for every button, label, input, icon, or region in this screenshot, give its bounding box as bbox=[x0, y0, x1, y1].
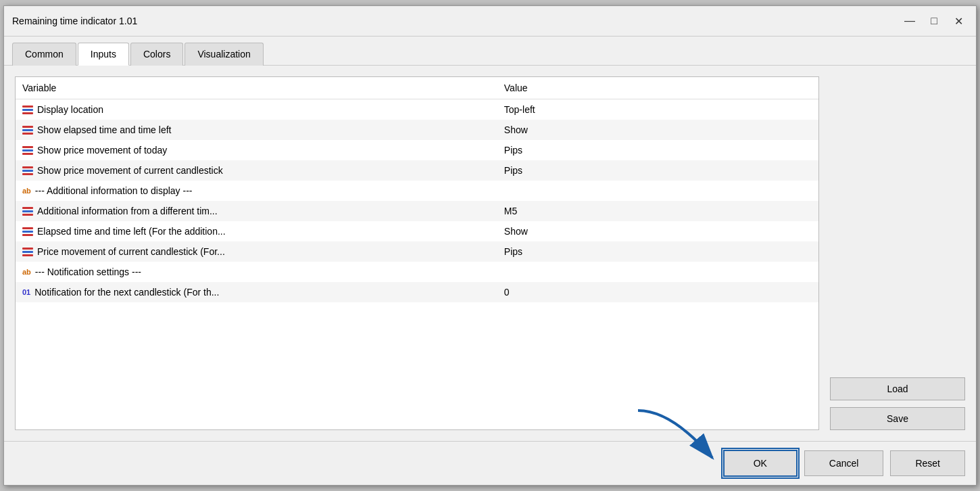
table-cell-value: Pips bbox=[497, 241, 818, 262]
col-header-value: Value bbox=[497, 77, 818, 99]
table-cell-value: Pips bbox=[497, 160, 818, 181]
table-row[interactable]: Show price movement of today Pips bbox=[16, 140, 818, 160]
table-cell-variable: Elapsed time and time left (For the addi… bbox=[16, 221, 497, 241]
lines-icon bbox=[22, 166, 33, 175]
table-row[interactable]: Show elapsed time and time left Show bbox=[16, 120, 818, 140]
lines-icon bbox=[22, 146, 33, 155]
table-cell-variable: Price movement of current candlestick (F… bbox=[16, 241, 497, 262]
main-window: Remaining time indicator 1.01 — □ ✕ Comm… bbox=[3, 5, 977, 486]
tab-common[interactable]: Common bbox=[12, 43, 76, 66]
table-row[interactable]: Price movement of current candlestick (F… bbox=[16, 241, 818, 262]
lines-icon bbox=[22, 248, 33, 256]
table-row: ab --- Additional information to display… bbox=[16, 181, 818, 201]
table-cell-value: Top-left bbox=[497, 99, 818, 120]
tab-inputs[interactable]: Inputs bbox=[78, 43, 129, 66]
table-cell-variable: Display location bbox=[16, 99, 497, 120]
table-cell-variable: Show elapsed time and time left bbox=[16, 120, 497, 140]
minimize-button[interactable]: — bbox=[900, 11, 919, 30]
table-row[interactable]: 01 Notification for the next candlestick… bbox=[16, 282, 818, 302]
bottom-bar: OK Cancel Reset bbox=[4, 441, 976, 485]
ab-icon: ab bbox=[22, 187, 31, 195]
title-bar: Remaining time indicator 1.01 — □ ✕ bbox=[4, 6, 976, 37]
table-cell-value: M5 bbox=[497, 201, 818, 221]
window-controls: — □ ✕ bbox=[900, 11, 968, 30]
table-cell-value: Show bbox=[497, 120, 818, 140]
table-row[interactable]: Show price movement of current candlesti… bbox=[16, 160, 818, 181]
load-button[interactable]: Load bbox=[830, 377, 965, 400]
table-wrapper: Variable Value bbox=[16, 77, 818, 429]
content-area: Variable Value bbox=[4, 66, 976, 441]
table-cell-variable: ab --- Additional information to display… bbox=[16, 181, 497, 201]
table-cell-value: 0 bbox=[497, 282, 818, 302]
table-row: ab --- Notification settings --- bbox=[16, 262, 818, 282]
table-cell-value bbox=[497, 262, 818, 282]
save-button[interactable]: Save bbox=[830, 407, 965, 430]
inputs-table-container: Variable Value bbox=[15, 76, 819, 430]
table-cell-variable: Additional information from a different … bbox=[16, 201, 497, 221]
close-button[interactable]: ✕ bbox=[949, 11, 968, 30]
lines-icon bbox=[22, 227, 33, 236]
table-cell-variable: ab --- Notification settings --- bbox=[16, 262, 497, 282]
inputs-table: Variable Value bbox=[16, 77, 818, 302]
window-title: Remaining time indicator 1.01 bbox=[12, 16, 137, 26]
tab-colors[interactable]: Colors bbox=[130, 43, 183, 66]
side-buttons: Load Save bbox=[830, 76, 965, 430]
table-cell-variable: Show price movement of current candlesti… bbox=[16, 160, 497, 181]
ab-icon: ab bbox=[22, 268, 31, 276]
col-header-variable: Variable bbox=[16, 77, 497, 99]
table-cell-value bbox=[497, 181, 818, 201]
table-cell-variable: 01 Notification for the next candlestick… bbox=[16, 282, 497, 302]
reset-button[interactable]: Reset bbox=[890, 450, 965, 476]
lines-icon bbox=[22, 126, 33, 135]
table-cell-variable: Show price movement of today bbox=[16, 140, 497, 160]
table-cell-value: Show bbox=[497, 221, 818, 241]
lines-icon bbox=[22, 207, 33, 216]
cancel-button[interactable]: Cancel bbox=[804, 450, 884, 476]
tab-bar: Common Inputs Colors Visualization bbox=[4, 37, 976, 66]
table-row[interactable]: Additional information from a different … bbox=[16, 201, 818, 221]
table-scroll[interactable]: Variable Value bbox=[16, 77, 818, 429]
lines-icon bbox=[22, 106, 33, 114]
ok-button[interactable]: OK bbox=[723, 450, 798, 477]
table-cell-value: Pips bbox=[497, 140, 818, 160]
table-row[interactable]: Display location Top-left bbox=[16, 99, 818, 120]
maximize-button[interactable]: □ bbox=[925, 11, 944, 30]
tab-visualization[interactable]: Visualization bbox=[185, 43, 263, 66]
table-row[interactable]: Elapsed time and time left (For the addi… bbox=[16, 221, 818, 241]
01-icon: 01 bbox=[22, 288, 30, 296]
